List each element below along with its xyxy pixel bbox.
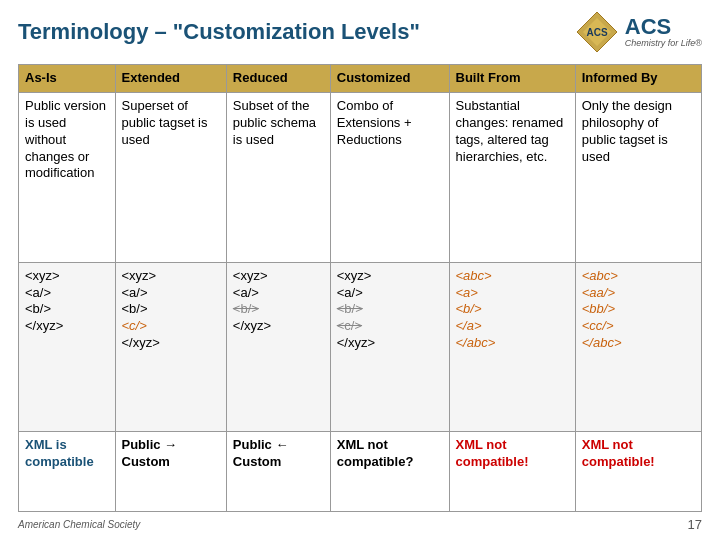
- reduced-strike-tag: <b/>: [233, 301, 259, 316]
- col-header-reduced: Reduced: [226, 65, 330, 93]
- col-header-builtFrom: Built From: [449, 65, 575, 93]
- acs-tagline: Chemistry for Life®: [625, 38, 702, 48]
- footer-org: American Chemical Society: [18, 519, 140, 530]
- logo-text: ACS Chemistry for Life®: [625, 16, 702, 48]
- col-header-informedBy: Informed By: [575, 65, 701, 93]
- cell-extended-xml: Public → Custom: [115, 432, 226, 512]
- col-header-extended: Extended: [115, 65, 226, 93]
- cell-builtFrom-code: <abc><a><b/></a></abc>: [449, 262, 575, 432]
- cell-customized-xml: XML not compatible?: [330, 432, 449, 512]
- acs-name: ACS: [625, 16, 671, 38]
- cell-customized-desc: Combo of Extensions + Reductions: [330, 92, 449, 262]
- col-header-asIs: As-Is: [19, 65, 116, 93]
- table-row-xml: XML is compatible Public → Custom Public…: [19, 432, 702, 512]
- cell-informedBy-desc: Only the design philosophy of public tag…: [575, 92, 701, 262]
- cell-extended-desc: Superset of public tagset is used: [115, 92, 226, 262]
- cell-asIs-desc: Public version is used without changes o…: [19, 92, 116, 262]
- builtFrom-xml-incompat: XML not compatible!: [456, 437, 529, 469]
- cell-reduced-xml: Public ← Custom: [226, 432, 330, 512]
- svg-text:ACS: ACS: [586, 27, 607, 38]
- asIs-xml-compat: XML is compatible: [25, 437, 94, 469]
- page-title: Terminology – "Customization Levels": [18, 19, 420, 45]
- informedBy-code: <abc><aa/><bb/><cc/></abc>: [582, 268, 622, 351]
- builtFrom-code: <abc><a><b/></a></abc>: [456, 268, 496, 351]
- page-container: Terminology – "Customization Levels" ACS…: [0, 0, 720, 540]
- informedBy-xml-incompat: XML not compatible!: [582, 437, 655, 469]
- footer-page: 17: [688, 517, 702, 532]
- terminology-table: As-Is Extended Reduced Customized Built …: [18, 64, 702, 512]
- logo-area: ACS ACS Chemistry for Life®: [575, 10, 702, 54]
- table-header-row: As-Is Extended Reduced Customized Built …: [19, 65, 702, 93]
- col-header-customized: Customized: [330, 65, 449, 93]
- table-row-descriptions: Public version is used without changes o…: [19, 92, 702, 262]
- acs-logo-icon: ACS: [575, 10, 619, 54]
- table-row-code: <xyz><a/><b/></xyz> <xyz><a/><b/><c/></x…: [19, 262, 702, 432]
- cell-extended-code: <xyz><a/><b/><c/></xyz>: [115, 262, 226, 432]
- customized-strike-b: <b/>: [337, 301, 363, 316]
- cell-builtFrom-xml: XML not compatible!: [449, 432, 575, 512]
- footer: American Chemical Society 17: [18, 517, 702, 532]
- cell-reduced-desc: Subset of the public schema is used: [226, 92, 330, 262]
- header-row: Terminology – "Customization Levels" ACS…: [18, 10, 702, 54]
- cell-informedBy-xml: XML not compatible!: [575, 432, 701, 512]
- customized-strike-c: <c/>: [337, 318, 362, 333]
- cell-reduced-code: <xyz><a/><b/></xyz>: [226, 262, 330, 432]
- cell-asIs-xml: XML is compatible: [19, 432, 116, 512]
- cell-informedBy-code: <abc><aa/><bb/><cc/></abc>: [575, 262, 701, 432]
- extended-new-tag: <c/>: [122, 318, 147, 333]
- cell-builtFrom-desc: Substantial changes: renamed tags, alter…: [449, 92, 575, 262]
- cell-customized-code: <xyz><a/><b/><c/></xyz>: [330, 262, 449, 432]
- cell-asIs-code: <xyz><a/><b/></xyz>: [19, 262, 116, 432]
